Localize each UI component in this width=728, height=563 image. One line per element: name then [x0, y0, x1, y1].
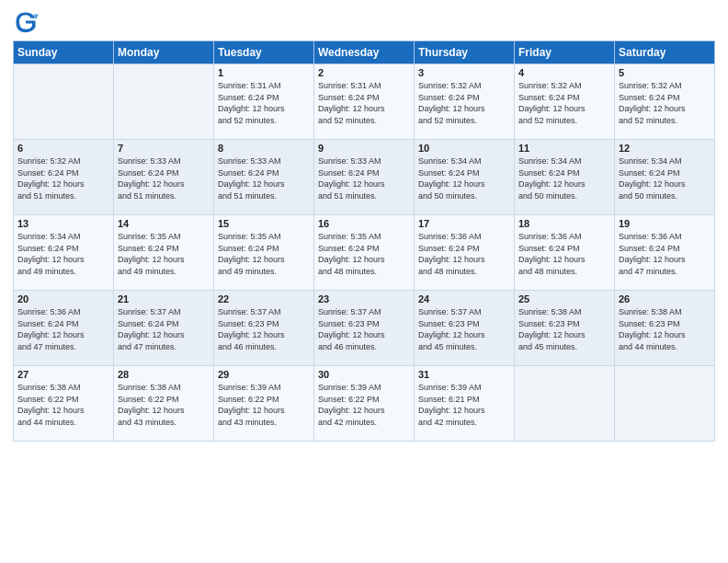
week-row-4: 20Sunrise: 5:36 AM Sunset: 6:24 PM Dayli… — [14, 291, 715, 366]
day-info: Sunrise: 5:35 AM Sunset: 6:24 PM Dayligh… — [218, 231, 310, 277]
calendar-cell: 1Sunrise: 5:31 AM Sunset: 6:24 PM Daylig… — [214, 64, 314, 140]
day-info: Sunrise: 5:33 AM Sunset: 6:24 PM Dayligh… — [318, 155, 410, 201]
day-number: 26 — [619, 293, 711, 304]
day-info: Sunrise: 5:31 AM Sunset: 6:24 PM Dayligh… — [318, 80, 410, 126]
day-info: Sunrise: 5:36 AM Sunset: 6:24 PM Dayligh… — [17, 306, 109, 352]
calendar-body: 1Sunrise: 5:31 AM Sunset: 6:24 PM Daylig… — [14, 64, 715, 442]
day-number: 9 — [318, 143, 410, 154]
day-info: Sunrise: 5:37 AM Sunset: 6:23 PM Dayligh… — [418, 306, 510, 352]
calendar-cell: 19Sunrise: 5:36 AM Sunset: 6:24 PM Dayli… — [615, 215, 715, 291]
calendar-cell: 13Sunrise: 5:34 AM Sunset: 6:24 PM Dayli… — [14, 215, 114, 291]
day-info: Sunrise: 5:37 AM Sunset: 6:24 PM Dayligh… — [118, 306, 210, 352]
day-info: Sunrise: 5:37 AM Sunset: 6:23 PM Dayligh… — [218, 306, 310, 352]
day-info: Sunrise: 5:35 AM Sunset: 6:24 PM Dayligh… — [118, 231, 210, 277]
day-info: Sunrise: 5:33 AM Sunset: 6:24 PM Dayligh… — [218, 155, 310, 201]
calendar-cell: 26Sunrise: 5:38 AM Sunset: 6:23 PM Dayli… — [615, 291, 715, 366]
calendar-cell: 29Sunrise: 5:39 AM Sunset: 6:22 PM Dayli… — [214, 366, 314, 442]
calendar-cell: 16Sunrise: 5:35 AM Sunset: 6:24 PM Dayli… — [314, 215, 415, 291]
calendar-cell: 9Sunrise: 5:33 AM Sunset: 6:24 PM Daylig… — [314, 140, 415, 215]
calendar-cell: 27Sunrise: 5:38 AM Sunset: 6:22 PM Dayli… — [14, 366, 114, 442]
calendar-cell — [114, 64, 214, 140]
day-info: Sunrise: 5:35 AM Sunset: 6:24 PM Dayligh… — [318, 231, 410, 277]
calendar-cell: 14Sunrise: 5:35 AM Sunset: 6:24 PM Dayli… — [114, 215, 214, 291]
week-row-2: 6Sunrise: 5:32 AM Sunset: 6:24 PM Daylig… — [14, 140, 715, 215]
calendar-cell: 6Sunrise: 5:32 AM Sunset: 6:24 PM Daylig… — [14, 140, 114, 215]
day-info: Sunrise: 5:38 AM Sunset: 6:22 PM Dayligh… — [17, 382, 109, 428]
calendar-cell: 12Sunrise: 5:34 AM Sunset: 6:24 PM Dayli… — [615, 140, 715, 215]
calendar-cell: 11Sunrise: 5:34 AM Sunset: 6:24 PM Dayli… — [515, 140, 615, 215]
calendar-cell: 3Sunrise: 5:32 AM Sunset: 6:24 PM Daylig… — [415, 64, 515, 140]
day-info: Sunrise: 5:38 AM Sunset: 6:22 PM Dayligh… — [118, 382, 210, 428]
day-number: 14 — [118, 218, 210, 229]
calendar-cell: 4Sunrise: 5:32 AM Sunset: 6:24 PM Daylig… — [515, 64, 615, 140]
weekday-header-saturday: Saturday — [615, 41, 715, 64]
day-info: Sunrise: 5:32 AM Sunset: 6:24 PM Dayligh… — [518, 80, 610, 126]
day-number: 13 — [17, 218, 109, 229]
day-info: Sunrise: 5:32 AM Sunset: 6:24 PM Dayligh… — [418, 80, 510, 126]
weekday-header-thursday: Thursday — [415, 41, 515, 64]
day-number: 18 — [518, 218, 610, 229]
day-number: 3 — [418, 67, 510, 78]
day-info: Sunrise: 5:34 AM Sunset: 6:24 PM Dayligh… — [518, 155, 610, 201]
week-row-5: 27Sunrise: 5:38 AM Sunset: 6:22 PM Dayli… — [14, 366, 715, 442]
logo-icon — [13, 9, 39, 35]
day-info: Sunrise: 5:34 AM Sunset: 6:24 PM Dayligh… — [17, 231, 109, 277]
weekday-header-wednesday: Wednesday — [314, 41, 415, 64]
calendar-cell: 25Sunrise: 5:38 AM Sunset: 6:23 PM Dayli… — [515, 291, 615, 366]
calendar-cell: 7Sunrise: 5:33 AM Sunset: 6:24 PM Daylig… — [114, 140, 214, 215]
day-info: Sunrise: 5:32 AM Sunset: 6:24 PM Dayligh… — [619, 80, 711, 126]
day-number: 21 — [118, 293, 210, 304]
calendar-cell — [615, 366, 715, 442]
day-number: 23 — [318, 293, 410, 304]
day-number: 4 — [518, 67, 610, 78]
day-info: Sunrise: 5:31 AM Sunset: 6:24 PM Dayligh… — [218, 80, 310, 126]
day-number: 2 — [318, 67, 410, 78]
calendar-cell: 31Sunrise: 5:39 AM Sunset: 6:21 PM Dayli… — [415, 366, 515, 442]
weekday-header-friday: Friday — [515, 41, 615, 64]
calendar-cell: 28Sunrise: 5:38 AM Sunset: 6:22 PM Dayli… — [114, 366, 214, 442]
day-number: 5 — [619, 67, 711, 78]
calendar-table: SundayMondayTuesdayWednesdayThursdayFrid… — [13, 40, 715, 442]
day-number: 24 — [418, 293, 510, 304]
day-number: 30 — [318, 369, 410, 380]
day-info: Sunrise: 5:33 AM Sunset: 6:24 PM Dayligh… — [118, 155, 210, 201]
day-info: Sunrise: 5:36 AM Sunset: 6:24 PM Dayligh… — [418, 231, 510, 277]
calendar-cell: 17Sunrise: 5:36 AM Sunset: 6:24 PM Dayli… — [415, 215, 515, 291]
day-number: 16 — [318, 218, 410, 229]
day-info: Sunrise: 5:38 AM Sunset: 6:23 PM Dayligh… — [518, 306, 610, 352]
calendar-cell: 2Sunrise: 5:31 AM Sunset: 6:24 PM Daylig… — [314, 64, 415, 140]
calendar-cell: 21Sunrise: 5:37 AM Sunset: 6:24 PM Dayli… — [114, 291, 214, 366]
logo — [13, 9, 42, 35]
weekday-header-tuesday: Tuesday — [214, 41, 314, 64]
day-number: 19 — [619, 218, 711, 229]
day-number: 1 — [218, 67, 310, 78]
day-info: Sunrise: 5:38 AM Sunset: 6:23 PM Dayligh… — [619, 306, 711, 352]
calendar-container: SundayMondayTuesdayWednesdayThursdayFrid… — [0, 0, 728, 451]
calendar-cell: 8Sunrise: 5:33 AM Sunset: 6:24 PM Daylig… — [214, 140, 314, 215]
day-number: 11 — [518, 143, 610, 154]
header — [13, 9, 715, 35]
day-number: 15 — [218, 218, 310, 229]
day-number: 22 — [218, 293, 310, 304]
calendar-cell: 20Sunrise: 5:36 AM Sunset: 6:24 PM Dayli… — [14, 291, 114, 366]
day-info: Sunrise: 5:34 AM Sunset: 6:24 PM Dayligh… — [418, 155, 510, 201]
day-number: 25 — [518, 293, 610, 304]
calendar-cell: 15Sunrise: 5:35 AM Sunset: 6:24 PM Dayli… — [214, 215, 314, 291]
calendar-header: SundayMondayTuesdayWednesdayThursdayFrid… — [14, 41, 715, 64]
calendar-cell: 23Sunrise: 5:37 AM Sunset: 6:23 PM Dayli… — [314, 291, 415, 366]
calendar-cell: 18Sunrise: 5:36 AM Sunset: 6:24 PM Dayli… — [515, 215, 615, 291]
day-number: 31 — [418, 369, 510, 380]
calendar-cell — [14, 64, 114, 140]
week-row-1: 1Sunrise: 5:31 AM Sunset: 6:24 PM Daylig… — [14, 64, 715, 140]
day-number: 12 — [619, 143, 711, 154]
day-number: 7 — [118, 143, 210, 154]
day-number: 20 — [17, 293, 109, 304]
day-info: Sunrise: 5:32 AM Sunset: 6:24 PM Dayligh… — [17, 155, 109, 201]
calendar-cell: 24Sunrise: 5:37 AM Sunset: 6:23 PM Dayli… — [415, 291, 515, 366]
day-number: 29 — [218, 369, 310, 380]
calendar-cell — [515, 366, 615, 442]
weekday-header-monday: Monday — [114, 41, 214, 64]
day-number: 28 — [118, 369, 210, 380]
day-info: Sunrise: 5:39 AM Sunset: 6:22 PM Dayligh… — [318, 382, 410, 428]
calendar-cell: 5Sunrise: 5:32 AM Sunset: 6:24 PM Daylig… — [615, 64, 715, 140]
